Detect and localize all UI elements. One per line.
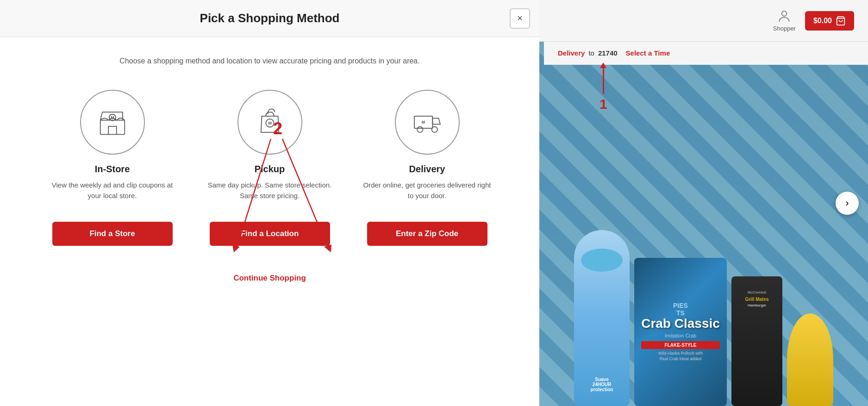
pickup-icon-circle: M: [237, 90, 302, 155]
select-time-link[interactable]: Select a Time: [626, 49, 670, 57]
delivery-label: Delivery: [558, 49, 585, 57]
carousel-next-button[interactable]: ›: [836, 192, 859, 215]
find-location-label: Find a Location: [241, 229, 299, 238]
cart-amount: $0.00: [813, 17, 832, 25]
modal-body: Choose a shopping method and location to…: [0, 37, 539, 406]
truck-icon: M: [411, 106, 443, 138]
product-container: [787, 313, 833, 406]
find-a-location-button[interactable]: Find a Location: [210, 222, 330, 246]
svg-point-8: [417, 127, 423, 132]
pickup-name: Pickup: [255, 164, 285, 175]
store-icon: M: [96, 106, 129, 138]
instore-name: In-Store: [95, 164, 130, 175]
svg-text:M: M: [421, 120, 425, 125]
shopper-label: Shopper: [773, 25, 796, 32]
find-a-store-button[interactable]: Find a Store: [52, 222, 173, 246]
enter-zip-label: Enter a Zip Code: [396, 229, 458, 238]
modal: Pick a Shopping Method × Choose a shoppi…: [0, 0, 539, 406]
svg-text:M: M: [268, 121, 271, 125]
delivery-icon-circle: M: [395, 90, 460, 155]
cart-button[interactable]: $0.00: [805, 11, 854, 31]
modal-header: Pick a Shopping Method ×: [0, 0, 539, 37]
instore-icon-circle: M: [80, 90, 145, 155]
shopping-methods: M In-Store View the weekly ad and clip c…: [28, 90, 512, 246]
continue-shopping-button[interactable]: Continue Shopping: [233, 274, 306, 283]
cart-icon: [836, 16, 846, 26]
delivery-desc: Order online, get groceries delivered ri…: [362, 180, 492, 208]
close-icon: ×: [517, 13, 523, 24]
person-icon: [777, 9, 792, 24]
method-card-delivery: M Delivery Order online, get groceries d…: [362, 90, 492, 246]
bag-icon: M: [254, 106, 286, 138]
pickup-desc: Same day pickup. Same store selection. S…: [205, 180, 335, 208]
modal-title: Pick a Shopping Method: [200, 11, 340, 25]
modal-subtitle: Choose a shopping method and location to…: [119, 56, 419, 67]
instore-desc: View the weekly ad and clip coupons at y…: [48, 180, 177, 208]
continue-shopping-label: Continue Shopping: [233, 274, 306, 282]
svg-text:M: M: [111, 115, 114, 120]
modal-close-button[interactable]: ×: [510, 8, 530, 29]
product-bottle: Suave24HOURprotection: [574, 230, 630, 406]
find-store-label: Find a Store: [89, 229, 135, 238]
shopper-area: Shopper: [773, 9, 796, 32]
delivery-name: Delivery: [409, 164, 445, 175]
product-crab-box: PIESTS Crab Classic Imitation Crab FLAKE…: [634, 258, 727, 406]
enter-zip-button[interactable]: Enter a Zip Code: [367, 222, 487, 246]
svg-point-9: [431, 127, 437, 132]
delivery-to: to: [588, 49, 594, 57]
method-card-instore: M In-Store View the weekly ad and clip c…: [48, 90, 177, 246]
chevron-right-icon: ›: [845, 197, 849, 209]
svg-point-0: [782, 11, 787, 16]
method-card-pickup: M Pickup Same day pickup. Same store sel…: [205, 90, 335, 246]
product-spice: McCormick Grill Mates Hamburger: [731, 276, 782, 406]
background-products: Suave24HOURprotection PIESTS Crab Classi…: [539, 69, 868, 406]
svg-rect-2: [100, 120, 125, 135]
delivery-zip: 21740: [598, 49, 618, 57]
delivery-bar: Delivery to 21740 Select a Time: [544, 42, 868, 65]
